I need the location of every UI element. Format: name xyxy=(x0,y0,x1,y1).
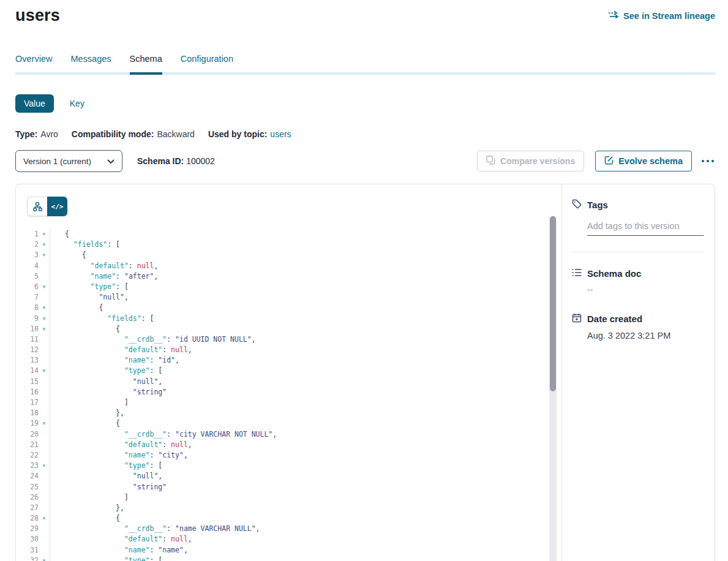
tab-configuration[interactable]: Configuration xyxy=(181,54,233,72)
schema-part-toggle: Value Key xyxy=(15,94,715,113)
line-number: 22 xyxy=(16,450,39,461)
editor-scrollbar-track[interactable] xyxy=(549,216,557,561)
value-tab-button[interactable]: Value xyxy=(15,94,54,113)
code-line-text: "null", xyxy=(50,292,129,303)
line-number: 12 xyxy=(16,345,39,355)
date-created-title: Date created xyxy=(587,314,642,324)
code-line-text: "fields": [ xyxy=(50,239,120,250)
fold-arrow-icon[interactable]: ▼ xyxy=(39,324,50,334)
code-line-text: { xyxy=(50,324,120,334)
fold-spacer xyxy=(39,334,50,345)
fold-spacer xyxy=(39,534,50,544)
tab-schema[interactable]: Schema xyxy=(130,54,162,72)
tab-messages[interactable]: Messages xyxy=(70,54,111,72)
compatibility-mode: Compatibility mode: Backward xyxy=(72,129,195,139)
code-line-text: "default": null, xyxy=(50,345,192,355)
code-line: 15 "null", xyxy=(16,377,547,387)
date-created-header: Date created xyxy=(572,313,704,325)
fold-arrow-icon[interactable]: ▼ xyxy=(39,250,50,260)
key-tab-link[interactable]: Key xyxy=(70,99,84,108)
line-number: 20 xyxy=(16,429,39,440)
code-line-text: "default": null, xyxy=(50,440,192,450)
tags-input[interactable] xyxy=(587,219,704,236)
code-line-text: "name": "city", xyxy=(50,450,188,461)
fold-arrow-icon[interactable]: ▼ xyxy=(39,282,50,292)
date-created-value: Aug. 3 2022 3:21 PM xyxy=(587,331,704,341)
type-value: Avro xyxy=(40,129,58,139)
code-line: 24 "null", xyxy=(16,471,547,481)
calendar-add-icon xyxy=(572,313,582,325)
more-actions-button[interactable] xyxy=(700,156,715,166)
code-line: 12 "default": null, xyxy=(16,345,547,355)
editor-scrollbar-thumb[interactable] xyxy=(550,216,556,391)
code-line-text: "name": "id", xyxy=(50,355,179,366)
fold-arrow-icon[interactable]: ▼ xyxy=(39,555,50,561)
fold-spacer xyxy=(39,524,50,534)
fold-spacer xyxy=(39,292,50,303)
editor-view-toggle: </> xyxy=(27,197,67,216)
tag-icon xyxy=(572,199,582,211)
line-number: 14 xyxy=(16,366,39,376)
code-line-text: }, xyxy=(50,408,124,418)
code-line-text: ] xyxy=(50,397,129,408)
code-line: 29 "__crdb__": "name VARCHAR NULL", xyxy=(16,524,547,534)
code-line-text: }, xyxy=(50,503,124,513)
fold-spacer xyxy=(39,492,50,503)
topic-link[interactable]: users xyxy=(270,129,291,139)
fold-spacer xyxy=(39,387,50,397)
code-line: 21 "default": null, xyxy=(16,440,547,450)
page-title: users xyxy=(15,6,60,25)
fold-arrow-icon[interactable]: ▼ xyxy=(39,239,50,250)
code-line-text: { xyxy=(50,229,69,239)
fold-arrow-icon[interactable]: ▼ xyxy=(39,229,50,239)
chevron-down-icon xyxy=(107,157,114,166)
fold-arrow-icon[interactable]: ▼ xyxy=(39,366,50,376)
code-line: 11 "__crdb__": "id UUID NOT NULL", xyxy=(16,334,547,345)
code-line-text: "name": "name", xyxy=(50,545,188,555)
compat-value: Backward xyxy=(157,129,194,139)
fold-arrow-icon[interactable]: ▼ xyxy=(39,303,50,313)
code-line: 4 "default": null, xyxy=(16,261,547,271)
code-line-text: "null", xyxy=(50,377,162,387)
page-header: users See in Stream lineage xyxy=(15,0,715,25)
fold-spacer xyxy=(39,450,50,461)
tree-view-icon[interactable] xyxy=(27,197,47,216)
schema-code-viewer[interactable]: 1▼{2▼ "fields": [3▼ {4 "default": null,5… xyxy=(16,229,547,561)
line-number: 4 xyxy=(16,261,39,271)
code-line: 19▼ { xyxy=(16,418,547,429)
line-number: 25 xyxy=(16,482,39,492)
code-line-text: "string" xyxy=(50,482,167,492)
version-select[interactable]: Version 1 (current) xyxy=(15,150,122,172)
fold-arrow-icon[interactable]: ▼ xyxy=(39,418,50,429)
code-line: 23▼ "type": [ xyxy=(16,461,547,471)
tab-overview[interactable]: Overview xyxy=(15,54,52,72)
evolve-schema-button[interactable]: Evolve schema xyxy=(595,151,692,171)
fold-arrow-icon[interactable]: ▼ xyxy=(39,513,50,524)
fold-spacer xyxy=(39,408,50,418)
code-line: 10▼ { xyxy=(16,324,547,334)
line-number: 6 xyxy=(16,282,39,292)
fold-arrow-icon[interactable]: ▼ xyxy=(39,461,50,471)
stream-lineage-link[interactable]: See in Stream lineage xyxy=(608,10,715,21)
line-number: 2 xyxy=(16,239,39,250)
code-line-text: "fields": [ xyxy=(50,314,154,324)
compare-versions-icon xyxy=(486,156,495,167)
code-line-text: "name": "after", xyxy=(50,271,158,282)
code-line: 16 "string" xyxy=(16,387,547,397)
line-number: 19 xyxy=(16,418,39,429)
code-line: 9▼ "fields": [ xyxy=(16,314,547,324)
fold-arrow-icon[interactable]: ▼ xyxy=(39,314,50,324)
code-line-text: "type": [ xyxy=(50,461,162,471)
fold-spacer xyxy=(39,397,50,408)
line-number: 27 xyxy=(16,503,39,513)
code-view-icon[interactable]: </> xyxy=(47,197,67,216)
fold-spacer xyxy=(39,377,50,387)
code-line-text: "default": null, xyxy=(50,534,192,544)
compare-versions-button[interactable]: Compare versions xyxy=(477,151,584,171)
line-number: 24 xyxy=(16,471,39,481)
type-label: Type: xyxy=(15,129,37,139)
schema-type: Type: Avro xyxy=(15,129,58,139)
stream-lineage-icon xyxy=(608,10,619,21)
line-number: 15 xyxy=(16,377,39,387)
code-line-text: "__crdb__": "id UUID NOT NULL", xyxy=(50,334,256,345)
